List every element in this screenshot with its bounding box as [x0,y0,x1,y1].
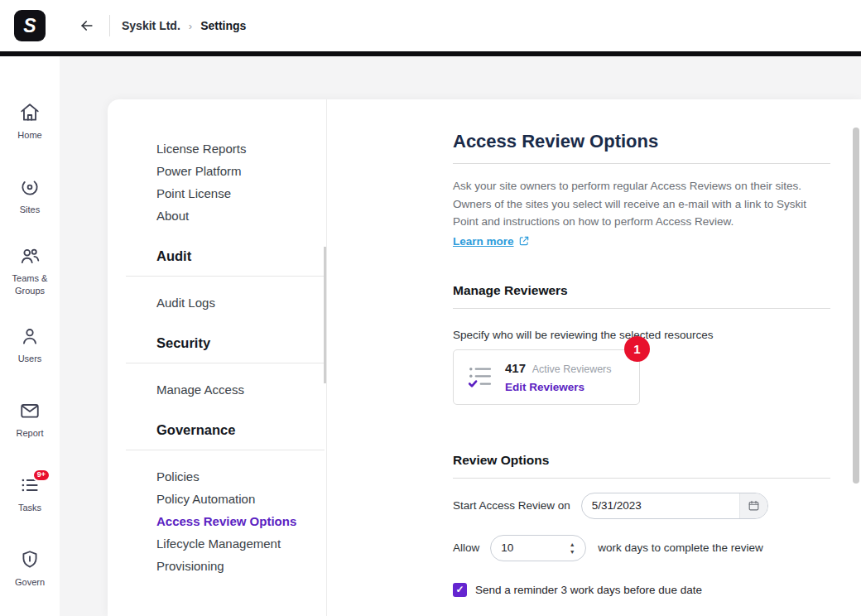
sidebar-label: Report [4,427,55,440]
sidebar-item-home[interactable]: Home [0,84,60,159]
nav-item-provisioning[interactable]: Provisioning [126,555,326,577]
sites-icon [19,176,41,198]
back-button[interactable] [73,12,101,40]
start-review-label: Start Access Review on [453,499,570,512]
sidebar-item-teams-groups[interactable]: Teams & Groups [0,233,60,308]
reminder-label: Send a reminder 3 work days before due d… [475,584,702,596]
review-options-heading: Review Options [453,453,830,479]
work-days-input-wrapper: ▲ ▼ [490,535,586,561]
page-scrollbar-thumb[interactable] [853,128,859,484]
start-review-row: Start Access Review on [453,493,830,519]
header-divider [109,15,110,36]
nav-item-access-review-options[interactable]: Access Review Options [126,510,326,532]
home-icon [19,102,41,123]
sidebar-item-users[interactable]: Users [0,308,60,383]
users-icon [19,325,41,347]
settings-nav: License Reports Power Platform Point Lic… [108,99,327,616]
report-icon [19,400,41,421]
stepper-down-button[interactable]: ▼ [567,549,577,555]
sidebar-item-tasks[interactable]: 9+ Tasks [0,457,60,532]
calendar-icon [748,499,760,512]
content-area: License Reports Power Platform Point Lic… [60,56,861,616]
annotation-badge-1: 1 [624,336,650,362]
back-arrow-icon [79,17,95,34]
nav-item-license-reports[interactable]: License Reports [126,137,326,160]
active-reviewers-count: 417 [505,361,526,375]
sidebar-item-sites[interactable]: Sites [0,159,60,233]
work-days-input[interactable] [491,536,567,561]
tasks-icon: 9+ [19,474,41,496]
stepper-up-button[interactable]: ▲ [567,541,577,547]
settings-nav-top-list: License Reports Power Platform Point Lic… [126,137,326,227]
app-logo[interactable]: S [0,0,60,51]
calendar-button[interactable] [739,493,767,518]
active-reviewers-card: 417 Active Reviewers Edit Reviewers 1 [453,349,640,405]
nav-item-lifecycle-management[interactable]: Lifecycle Management [126,532,326,555]
breadcrumb-separator-icon: › [189,20,192,32]
sidebar-label: Sites [4,204,55,216]
reminder-row: ✓ Send a reminder 3 work days before due… [453,583,830,597]
settings-card: License Reports Power Platform Point Lic… [108,99,861,616]
learn-more-label: Learn more [453,235,514,248]
breadcrumb-org[interactable]: Syskit Ltd. [122,19,180,32]
nav-item-policy-automation[interactable]: Policy Automation [126,488,326,510]
edit-reviewers-link[interactable]: Edit Reviewers [505,381,612,393]
reviewer-checklist-icon [467,363,493,390]
nav-item-policies[interactable]: Policies [126,465,326,488]
settings-content: Access Review Options Ask your site owne… [327,99,832,616]
breadcrumb-current-page: Settings [200,19,246,32]
syskit-logo-icon: S [14,10,46,41]
active-reviewers-count-label: Active Reviewers [532,363,612,375]
nav-item-audit-logs[interactable]: Audit Logs [126,291,326,314]
allow-suffix-text: work days to complete the review [598,541,763,554]
top-header: S Syskit Ltd. › Settings [0,0,861,51]
sidebar-label: Tasks [4,502,55,514]
manage-reviewers-heading: Manage Reviewers [453,283,830,309]
learn-more-link[interactable]: Learn more [453,235,530,248]
work-days-stepper: ▲ ▼ [567,541,585,555]
nav-item-power-platform[interactable]: Power Platform [126,160,326,182]
sidebar-label: Govern [4,576,55,589]
nav-item-point-license[interactable]: Point License [126,182,326,205]
nav-item-about[interactable]: About [126,205,326,227]
breadcrumb: Syskit Ltd. › Settings [122,19,246,32]
nav-item-manage-access[interactable]: Manage Access [126,378,326,401]
sidebar-label: Teams & Groups [4,272,55,297]
start-date-input-wrapper [581,493,768,519]
govern-icon [19,549,41,570]
page-description: Ask your site owners to perform regular … [453,177,830,231]
allow-label: Allow [453,541,479,554]
sidebar-item-report[interactable]: Report [0,383,60,457]
start-date-input[interactable] [582,493,739,518]
sidebar-label: Users [4,353,55,365]
teams-groups-icon [19,245,41,267]
app-sidebar: Home Sites Teams & Groups [0,56,60,616]
reminder-checkbox[interactable]: ✓ [453,583,467,597]
tasks-count-badge: 9+ [32,469,51,482]
nav-section-audit: Audit [126,227,325,277]
external-link-icon [518,235,530,247]
nav-scrollbar-thumb[interactable] [324,247,326,383]
sidebar-label: Home [4,129,55,142]
nav-section-governance: Governance [126,401,325,450]
sidebar-item-govern[interactable]: Govern [0,532,60,606]
nav-section-security: Security [126,314,325,363]
allow-days-row: Allow ▲ ▼ work days to complete the revi… [453,535,830,561]
page-title: Access Review Options [453,131,830,164]
